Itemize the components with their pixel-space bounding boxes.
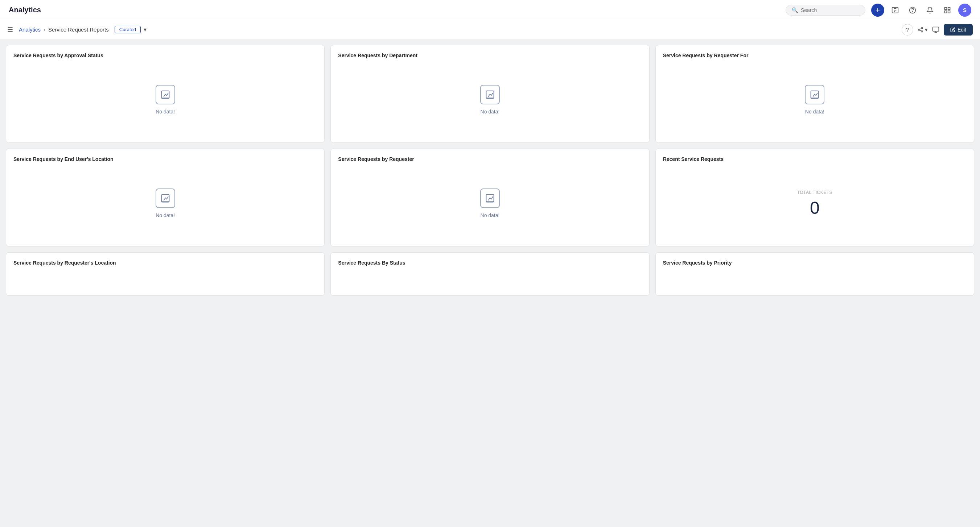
monitor-icon bbox=[932, 26, 939, 33]
help-circle-icon: ? bbox=[906, 27, 909, 33]
no-data-label: No data! bbox=[156, 213, 175, 218]
report-card: Service Requests by Approval Status No d… bbox=[6, 45, 325, 143]
report-card: Service Requests by Department No data! bbox=[331, 45, 649, 143]
svg-rect-7 bbox=[948, 7, 950, 10]
svg-point-11 bbox=[918, 29, 920, 30]
svg-rect-15 bbox=[933, 27, 939, 31]
nav-icons: + S bbox=[871, 4, 971, 17]
share-button[interactable]: ▾ bbox=[918, 27, 928, 33]
menu-toggle-button[interactable]: ☰ bbox=[7, 26, 13, 34]
search-icon: 🔍 bbox=[792, 7, 798, 13]
card-title: Service Requests By Status bbox=[338, 260, 642, 266]
pencil-icon bbox=[950, 27, 955, 32]
report-card: Recent Service RequestsTOTAL Tickets0 bbox=[655, 149, 974, 246]
card-body: No data! bbox=[338, 64, 642, 135]
card-body: No data! bbox=[13, 64, 317, 135]
bell-icon bbox=[926, 6, 934, 14]
card-title: Service Requests by Priority bbox=[663, 260, 967, 266]
grid-icon bbox=[944, 6, 951, 14]
contacts-icon-button[interactable] bbox=[889, 4, 902, 17]
help-icon-button[interactable] bbox=[906, 4, 919, 17]
no-data-chart-icon bbox=[156, 189, 175, 208]
report-card: Service Requests by Requester For No dat… bbox=[655, 45, 974, 143]
card-body: No data! bbox=[663, 64, 967, 135]
edit-button[interactable]: Edit bbox=[944, 24, 973, 35]
report-card: Service Requests by Priority bbox=[655, 252, 974, 296]
user-avatar[interactable]: S bbox=[958, 4, 971, 17]
svg-rect-9 bbox=[948, 11, 950, 13]
no-data-chart-icon bbox=[156, 85, 175, 105]
report-card: Service Requests by Requester's Location bbox=[6, 252, 325, 296]
search-bar[interactable]: 🔍 bbox=[786, 5, 865, 16]
chevron-down-icon: ▾ bbox=[144, 26, 146, 33]
notifications-icon-button[interactable] bbox=[923, 4, 937, 17]
top-nav: Analytics 🔍 + S bbox=[0, 0, 980, 20]
svg-point-12 bbox=[921, 30, 923, 32]
no-data-label: No data! bbox=[805, 109, 824, 114]
svg-line-14 bbox=[920, 28, 922, 29]
monitor-button[interactable] bbox=[932, 26, 939, 33]
card-title: Service Requests by End User's Location bbox=[13, 156, 317, 162]
card-title: Service Requests by Department bbox=[338, 52, 642, 58]
card-body: TOTAL Tickets0 bbox=[663, 168, 967, 239]
no-data-chart-icon bbox=[480, 189, 500, 208]
card-body: No data! bbox=[13, 168, 317, 239]
card-title: Service Requests by Requester's Location bbox=[13, 260, 317, 266]
no-data-label: No data! bbox=[480, 109, 500, 114]
card-title: Service Requests by Requester For bbox=[663, 52, 967, 58]
add-button[interactable]: + bbox=[871, 4, 884, 17]
svg-rect-6 bbox=[945, 7, 947, 10]
main-content: Service Requests by Approval Status No d… bbox=[0, 39, 980, 527]
no-data-label: No data! bbox=[480, 213, 500, 218]
edit-label: Edit bbox=[958, 27, 966, 33]
no-data-chart-icon bbox=[805, 85, 824, 105]
svg-rect-8 bbox=[945, 11, 947, 13]
report-card: Service Requests By Status bbox=[331, 252, 649, 296]
breadcrumb-separator: › bbox=[43, 27, 45, 33]
breadcrumb-right-actions: ? ▾ Edit bbox=[902, 24, 973, 35]
svg-line-13 bbox=[920, 30, 922, 31]
card-title: Recent Service Requests bbox=[663, 156, 967, 162]
apps-icon-button[interactable] bbox=[941, 4, 954, 17]
total-tickets-label: TOTAL Tickets bbox=[797, 190, 832, 195]
curated-badge: Curated bbox=[115, 26, 141, 33]
report-card: Service Requests by End User's Location … bbox=[6, 149, 325, 246]
app-title: Analytics bbox=[9, 6, 786, 14]
no-data-chart-icon bbox=[480, 85, 500, 105]
breadcrumb-bar: ☰ Analytics › Service Request Reports Cu… bbox=[0, 20, 980, 39]
search-input[interactable] bbox=[801, 7, 859, 13]
share-icon bbox=[918, 27, 923, 33]
help-icon bbox=[909, 6, 916, 14]
card-title: Service Requests by Approval Status bbox=[13, 52, 317, 58]
svg-point-5 bbox=[913, 11, 913, 12]
help-circle-button[interactable]: ? bbox=[902, 24, 913, 35]
report-card: Service Requests by Requester No data! bbox=[331, 149, 649, 246]
card-body: No data! bbox=[338, 168, 642, 239]
share-label: ▾ bbox=[925, 27, 928, 33]
breadcrumb-dropdown-button[interactable]: ▾ bbox=[144, 26, 146, 33]
breadcrumb-analytics-link[interactable]: Analytics bbox=[19, 27, 41, 33]
card-title: Service Requests by Requester bbox=[338, 156, 642, 162]
total-tickets-value: 0 bbox=[810, 199, 820, 217]
cards-grid: Service Requests by Approval Status No d… bbox=[6, 45, 974, 296]
svg-point-10 bbox=[921, 27, 923, 29]
contacts-icon bbox=[891, 6, 899, 14]
breadcrumb-current-page: Service Request Reports bbox=[48, 27, 109, 33]
no-data-label: No data! bbox=[156, 109, 175, 114]
